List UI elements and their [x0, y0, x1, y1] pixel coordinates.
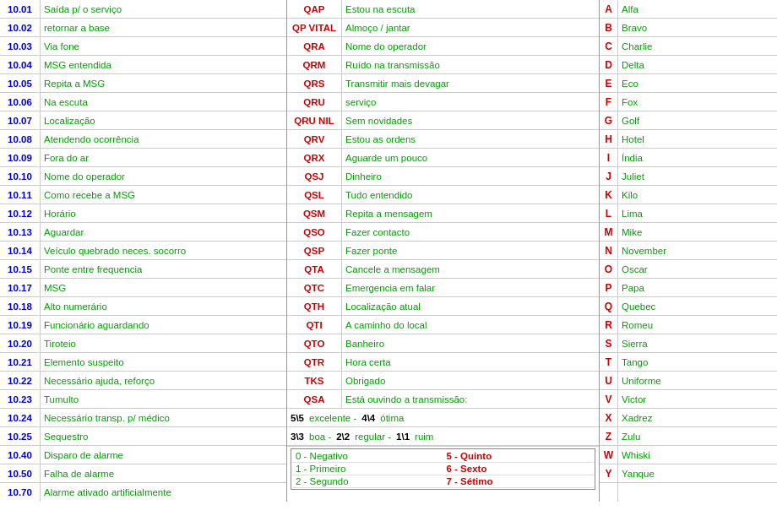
desc-cell: retornar a base [41, 23, 286, 33]
left-row: 10.03 Via fone [0, 37, 286, 56]
q-code-cell: QRA [287, 37, 342, 55]
q-code-cell: QRV [287, 130, 342, 148]
phonetic-cell: Lima [618, 209, 777, 219]
mid-row: QP VITAL Almoço / jantar [287, 19, 599, 37]
right-row: I Índia [600, 149, 777, 167]
q-code-cell: QSM [287, 204, 342, 222]
num-row: 1 - Primeiro6 - Sexto [292, 463, 594, 475]
letter-cell: U [600, 372, 618, 389]
phonetic-cell: Fox [618, 97, 777, 107]
phonetic-cell: Tango [618, 357, 777, 367]
q-code-cell: QTH [287, 297, 342, 315]
mid-row: QTC Emergencia em falar [287, 279, 599, 297]
phonetic-cell: Uniforme [618, 376, 777, 386]
letter-cell: G [600, 111, 618, 129]
q-desc-cell: Tudo entendido [342, 190, 599, 200]
desc-cell: Ponte entre frequencia [41, 264, 286, 274]
left-row: 10.50 Falha de alarme [0, 464, 286, 483]
desc-cell: Na escuta [41, 97, 286, 107]
letter-cell: Z [600, 427, 618, 445]
q-desc-cell: A caminho do local [342, 320, 599, 330]
desc-cell: Necessário ajuda, reforço [41, 376, 286, 386]
code-cell: 10.13 [0, 223, 41, 241]
code-cell: 10.70 [0, 483, 41, 502]
letter-cell [600, 483, 618, 502]
q-code-cell: QTR [287, 353, 342, 371]
q-desc-cell: Repita a mensagem [342, 209, 599, 219]
signal-text-2: ótima [380, 413, 404, 423]
code-cell: 10.09 [0, 149, 41, 166]
desc-cell: Alto numerário [41, 301, 286, 312]
desc-cell: MSG entendida [41, 60, 286, 70]
code-cell: 10.11 [0, 186, 41, 204]
phonetic-cell: Eco [618, 79, 777, 89]
letter-cell: R [600, 316, 618, 334]
desc-cell: Tumulto [41, 394, 286, 404]
phonetic-cell: Juliet [618, 171, 777, 182]
signal-bold-5: 1\1 [396, 432, 410, 442]
q-code-cell: QRM [287, 56, 342, 73]
left-column: 10.01 Saída p/ o serviço 10.02 retornar … [0, 0, 287, 502]
mid-row: QSJ Dinheiro [287, 167, 599, 186]
num-right: 7 - Sétimo [443, 475, 595, 487]
left-row: 10.02 retornar a base [0, 19, 286, 37]
left-row: 10.04 MSG entendida [0, 56, 286, 74]
mid-row: QRS Transmitir mais devagar [287, 74, 599, 93]
q-desc-cell: serviço [342, 97, 599, 107]
q-code-cell: QSP [287, 242, 342, 259]
mid-row: QRA Nome do operador [287, 37, 599, 56]
letter-cell: L [600, 204, 618, 222]
phonetic-cell: Delta [618, 60, 777, 70]
letter-cell: H [600, 130, 618, 148]
code-cell: 10.14 [0, 242, 41, 259]
right-row: F Fox [600, 93, 777, 111]
phonetic-cell: Mike [618, 227, 777, 237]
mid-row: QSP Fazer ponte [287, 242, 599, 260]
q-code-cell: QRX [287, 149, 342, 166]
letter-cell: D [600, 56, 618, 73]
q-code-cell: QSL [287, 186, 342, 204]
right-row: X Xadrez [600, 409, 777, 427]
q-code-cell: QTA [287, 260, 342, 278]
right-column: A Alfa B Bravo C Charlie D Delta E Eco F… [600, 0, 777, 502]
code-cell: 10.40 [0, 446, 41, 464]
q-desc-cell: Almoço / jantar [342, 23, 599, 33]
q-code-cell: QAP [287, 0, 342, 18]
code-cell: 10.22 [0, 372, 41, 389]
code-cell: 10.24 [0, 409, 41, 426]
letter-cell: B [600, 19, 618, 36]
phonetic-cell: Whiski [618, 450, 777, 460]
q-code-cell: QTC [287, 279, 342, 296]
right-row: P Papa [600, 279, 777, 297]
q-desc-cell: Ruído na transmissão [342, 60, 599, 70]
q-desc-cell: Nome do operador [342, 41, 599, 52]
code-cell: 10.03 [0, 37, 41, 55]
right-row: N November [600, 242, 777, 260]
q-desc-cell: Localização atual [342, 301, 599, 312]
letter-cell: V [600, 390, 618, 408]
code-cell: 10.12 [0, 204, 41, 222]
right-row: J Juliet [600, 167, 777, 186]
right-row: B Bravo [600, 19, 777, 37]
code-cell: 10.10 [0, 167, 41, 185]
code-cell: 10.18 [0, 297, 41, 315]
mid-row: TKS Obrigado [287, 372, 599, 390]
desc-cell: Repita a MSG [41, 79, 286, 89]
code-cell: 10.50 [0, 464, 41, 482]
left-row: 10.21 Elemento suspeito [0, 353, 286, 372]
letter-cell: M [600, 223, 618, 241]
num-right: 5 - Quinto [443, 450, 595, 462]
desc-cell: Nome do operador [41, 171, 286, 182]
left-row: 10.18 Alto numerário [0, 297, 286, 316]
qsa-row: QSA Está ouvindo a transmissão: [287, 390, 599, 409]
letter-cell: K [600, 186, 618, 204]
phonetic-cell: Victor [618, 394, 777, 404]
signal-text: excelente - [309, 413, 356, 423]
mid-row: QTR Hora certa [287, 353, 599, 372]
letter-cell: S [600, 334, 618, 352]
signal-row-1: 5\5 excelente - 4\4 ótima [287, 409, 599, 427]
num-row: 2 - Segundo7 - Sétimo [292, 475, 594, 488]
right-row: U Uniforme [600, 372, 777, 390]
q-desc-cell: Banheiro [342, 339, 599, 349]
desc-cell: Sequestro [41, 432, 286, 442]
